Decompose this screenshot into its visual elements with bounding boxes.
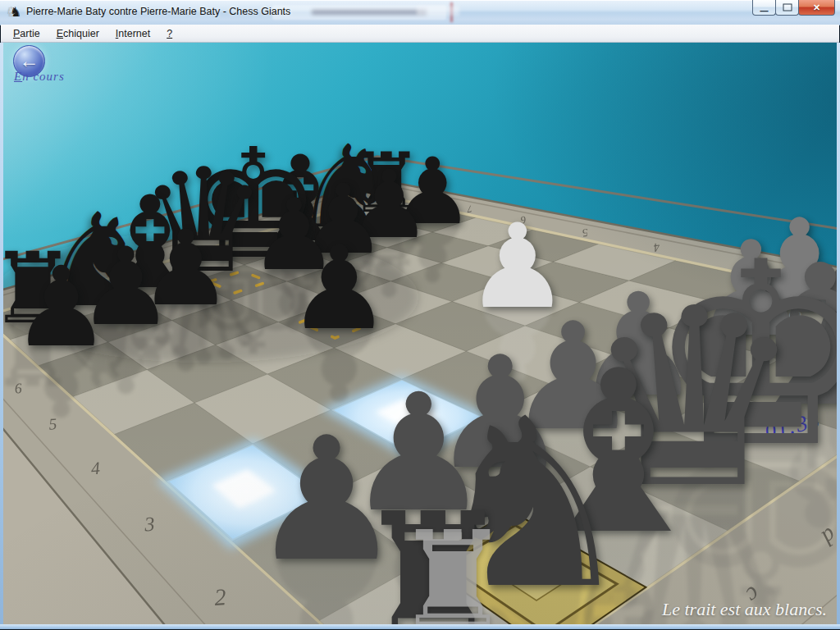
turn-status: Le trait est aux blancs. <box>662 599 827 620</box>
close-button[interactable]: ✕ <box>798 0 835 16</box>
menu-partie[interactable]: Partie <box>6 26 48 41</box>
chess-knights-icon: ♘ ♞ <box>6 4 22 21</box>
title-bar[interactable]: ♘ ♞ Pierre-Marie Baty contre Pierre-Mari… <box>0 0 840 25</box>
menu-help[interactable]: ? <box>159 26 180 41</box>
maximize-icon <box>783 4 792 11</box>
close-icon: ✕ <box>813 2 820 13</box>
rank-label-left-4: 4 <box>90 459 101 479</box>
window-border-left <box>0 43 3 630</box>
game-state-link[interactable]: En cours <box>14 70 65 84</box>
piece-black-pawn-d5[interactable]: ♟ <box>287 231 390 346</box>
minimize-icon: — <box>760 6 769 15</box>
menu-echiquier[interactable]: Echiquier <box>49 26 107 41</box>
window-border-right <box>837 43 840 630</box>
piece-black-pawn-a7[interactable]: ♟ <box>11 253 111 363</box>
window-border-bottom <box>0 624 840 630</box>
rank-label-left-2: 2 <box>213 584 226 610</box>
glass-highlight <box>0 0 840 1</box>
rank-label-left-3: 3 <box>143 513 155 536</box>
menu-internet[interactable]: Internet <box>108 26 158 41</box>
rook-cursor-icon: ♜ <box>394 514 511 624</box>
glass-artifact <box>417 6 459 16</box>
minimize-button[interactable]: — <box>752 0 776 16</box>
board-3d-view[interactable]: 1122334455667788abcdefgh ♜♜♞♞♝♝♛♛♚♚♝♝♞♞♜… <box>3 43 837 624</box>
menu-bar: Partie Echiquier Internet ? <box>1 25 839 43</box>
back-arrow-icon: ← <box>20 48 39 71</box>
maximize-button[interactable] <box>775 0 799 16</box>
window-title: Pierre-Marie Baty contre Pierre-Marie Ba… <box>26 6 290 17</box>
application-window: ♘ ♞ Pierre-Marie Baty contre Pierre-Mari… <box>0 0 840 630</box>
